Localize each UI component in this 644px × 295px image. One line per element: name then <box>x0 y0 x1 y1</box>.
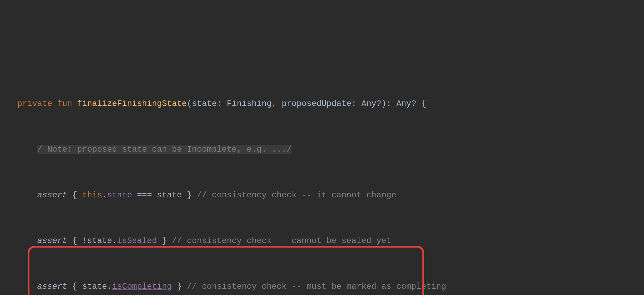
code-editor[interactable]: private fun finalizeFinishingState(state… <box>0 66 644 295</box>
keyword-fun: fun <box>57 99 72 108</box>
function-name: finalizeFinishingState <box>77 99 187 108</box>
assert-call: assert <box>37 190 67 200</box>
code-line: assert { !state.isSealed } // consistenc… <box>0 233 644 249</box>
code-line: assert { this.state === state } // consi… <box>0 188 644 203</box>
assert-call: assert <box>37 236 67 245</box>
code-line: assert { state.isCompleting } // consist… <box>0 279 644 294</box>
comment: // consistency check -- cannot be sealed… <box>172 236 392 245</box>
code-line: / Note: proposed state can be Incomplete… <box>0 142 644 157</box>
comment: // consistency check -- must be marked a… <box>187 282 446 291</box>
comment: // consistency check -- it cannot change <box>197 190 396 200</box>
keyword-private: private <box>17 99 52 108</box>
folded-comment[interactable]: / Note: proposed state can be Incomplete… <box>37 145 292 154</box>
assert-call: assert <box>37 282 67 291</box>
code-line: private fun finalizeFinishingState(state… <box>0 96 644 111</box>
